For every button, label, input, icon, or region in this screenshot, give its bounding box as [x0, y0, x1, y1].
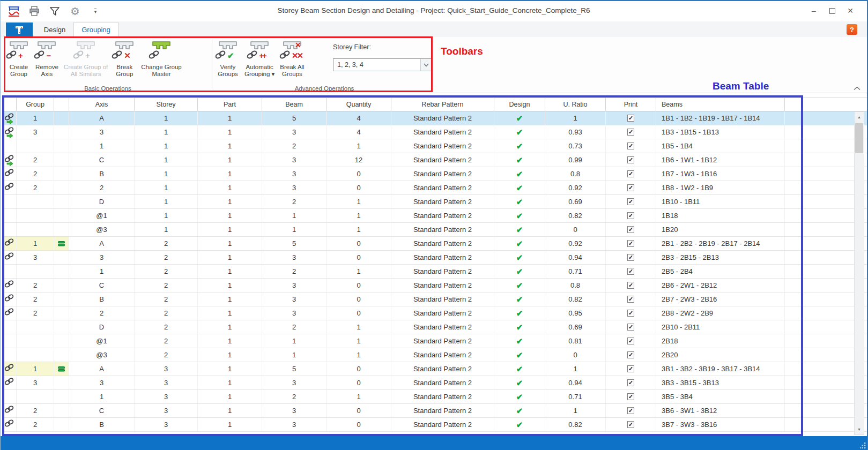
cell-beams[interactable]: 2B10 - 2B11: [656, 320, 785, 334]
header-print[interactable]: Print: [606, 98, 656, 111]
print-checkbox[interactable]: ✓: [627, 310, 634, 317]
cell-quantity[interactable]: 0: [327, 418, 391, 431]
cell-beams[interactable]: 1B1 - 1B2 - 1B19 - 1B17 - 1B14: [656, 111, 785, 125]
print-checkbox[interactable]: ✓: [627, 156, 634, 163]
cell-beams[interactable]: 2B7 - 2W3 - 2B16: [656, 292, 785, 306]
cell-quantity[interactable]: 4: [327, 125, 391, 139]
cell-rebar-pattern[interactable]: Standard Pattern 2: [391, 418, 494, 431]
cell-axis[interactable]: C: [69, 153, 135, 167]
cell-beams[interactable]: 3B3 - 3B15 - 3B13: [656, 376, 785, 389]
cell-storey[interactable]: 1: [135, 167, 198, 181]
cell-rebar-pattern[interactable]: Standard Pattern 2: [391, 153, 494, 167]
table-row[interactable]: 2C2130Standard Pattern 2✔0.8✓2B6 - 2W1 -…: [3, 279, 867, 292]
cell-beam[interactable]: 3: [262, 279, 327, 292]
table-row[interactable]: @32111Standard Pattern 2✔0✓2B20: [3, 348, 867, 362]
cell-print[interactable]: ✓: [606, 418, 656, 431]
cell-part[interactable]: 1: [198, 251, 262, 264]
cell-beams[interactable]: 1B7 - 1W3 - 1B16: [656, 167, 785, 181]
cell-part[interactable]: 1: [198, 334, 262, 348]
cell-part[interactable]: 1: [198, 181, 262, 194]
cell-beam[interactable]: 2: [262, 320, 327, 334]
cell-group[interactable]: [17, 320, 54, 334]
cell-part[interactable]: 1: [198, 279, 262, 292]
cell-axis[interactable]: C: [69, 279, 135, 292]
cell-print[interactable]: ✓: [606, 362, 656, 376]
cell-beams[interactable]: 2B8 - 2W2 - 2B9: [656, 306, 785, 320]
cell-quantity[interactable]: 0: [327, 376, 391, 389]
cell-storey[interactable]: 3: [135, 362, 198, 376]
minimize-button[interactable]: –: [805, 4, 823, 17]
cell-print[interactable]: ✓: [606, 334, 656, 348]
cell-rebar-pattern[interactable]: Standard Pattern 2: [391, 223, 494, 236]
print-checkbox[interactable]: ✓: [627, 254, 634, 261]
cell-u-ratio[interactable]: 0.71: [545, 390, 606, 403]
ribbon-collapse-button[interactable]: [852, 85, 862, 92]
cell-print[interactable]: ✓: [606, 223, 656, 236]
cell-rebar-pattern[interactable]: Standard Pattern 2: [391, 251, 494, 264]
cell-u-ratio[interactable]: 0: [545, 223, 606, 236]
cell-beam[interactable]: 1: [262, 348, 327, 362]
cell-group[interactable]: 3: [17, 251, 54, 264]
print-checkbox[interactable]: ✓: [627, 142, 634, 149]
cell-print[interactable]: ✓: [606, 111, 656, 125]
cell-beam[interactable]: 3: [262, 125, 327, 139]
cell-beams[interactable]: 3B5 - 3B4: [656, 390, 785, 403]
cell-u-ratio[interactable]: 0.82: [545, 209, 606, 222]
cell-print[interactable]: ✓: [606, 237, 656, 250]
scroll-down-button[interactable]: ▾: [855, 424, 864, 434]
print-checkbox[interactable]: ✓: [627, 170, 634, 177]
cell-axis[interactable]: 3: [69, 125, 135, 139]
cell-beam[interactable]: 3: [262, 153, 327, 167]
cell-part[interactable]: 1: [198, 306, 262, 320]
cell-u-ratio[interactable]: 0.71: [545, 265, 606, 278]
cell-quantity[interactable]: 0: [327, 167, 391, 181]
cell-rebar-pattern[interactable]: Standard Pattern 2: [391, 181, 494, 194]
cell-rebar-pattern[interactable]: Standard Pattern 2: [391, 320, 494, 334]
table-row[interactable]: D1121Standard Pattern 2✔0.69✓1B10 - 1B11: [3, 195, 867, 209]
verify-groups-button[interactable]: ✔Verify Groups: [214, 38, 242, 78]
cell-beam[interactable]: 3: [262, 181, 327, 194]
cell-quantity[interactable]: 0: [327, 181, 391, 194]
change-group-master-button[interactable]: Change Group Master: [138, 38, 184, 78]
cell-beams[interactable]: 2B3 - 2B15 - 2B13: [656, 251, 785, 264]
cell-u-ratio[interactable]: 0.69: [545, 320, 606, 334]
cell-print[interactable]: ✓: [606, 404, 656, 417]
cell-beams[interactable]: 3B7 - 3W3 - 3B16: [656, 418, 785, 431]
cell-group[interactable]: 3: [17, 125, 54, 139]
cell-axis[interactable]: A: [69, 362, 135, 376]
cell-group[interactable]: [17, 139, 54, 153]
cell-group[interactable]: [17, 334, 54, 348]
cell-rebar-pattern[interactable]: Standard Pattern 2: [391, 125, 494, 139]
cell-quantity[interactable]: 1: [327, 223, 391, 236]
cell-beam[interactable]: 2: [262, 139, 327, 153]
cell-u-ratio[interactable]: 0.94: [545, 376, 606, 389]
cell-group[interactable]: 1: [17, 111, 54, 125]
cell-beam[interactable]: 3: [262, 404, 327, 417]
print-checkbox[interactable]: ✓: [627, 198, 634, 205]
cell-group[interactable]: [17, 348, 54, 362]
cell-u-ratio[interactable]: 0.8: [545, 167, 606, 181]
cell-storey[interactable]: 2: [135, 251, 198, 264]
cell-axis[interactable]: B: [69, 167, 135, 181]
cell-beam[interactable]: 3: [262, 167, 327, 181]
table-row[interactable]: 2C11312Standard Pattern 2✔0.99✓1B6 - 1W1…: [3, 153, 867, 167]
cell-storey[interactable]: 2: [135, 320, 198, 334]
cell-u-ratio[interactable]: 0.94: [545, 251, 606, 264]
cell-beams[interactable]: 1B18: [656, 209, 785, 222]
cell-quantity[interactable]: 4: [327, 111, 391, 125]
cell-quantity[interactable]: 0: [327, 279, 391, 292]
cell-u-ratio[interactable]: 0.82: [545, 292, 606, 306]
print-checkbox[interactable]: ✓: [627, 282, 634, 289]
vertical-scrollbar[interactable]: ▴ ▾: [854, 111, 864, 435]
help-button[interactable]: ?: [847, 24, 857, 35]
cell-print[interactable]: ✓: [606, 125, 656, 139]
print-checkbox[interactable]: ✓: [627, 296, 634, 303]
cell-storey[interactable]: 3: [135, 390, 198, 403]
cell-part[interactable]: 1: [198, 376, 262, 389]
cell-storey[interactable]: 3: [135, 418, 198, 431]
tab-design[interactable]: Design: [39, 22, 70, 37]
cell-axis[interactable]: @1: [69, 334, 135, 348]
cell-axis[interactable]: @3: [69, 223, 135, 236]
cell-group[interactable]: 2: [17, 306, 54, 320]
cell-u-ratio[interactable]: 0.81: [545, 334, 606, 348]
